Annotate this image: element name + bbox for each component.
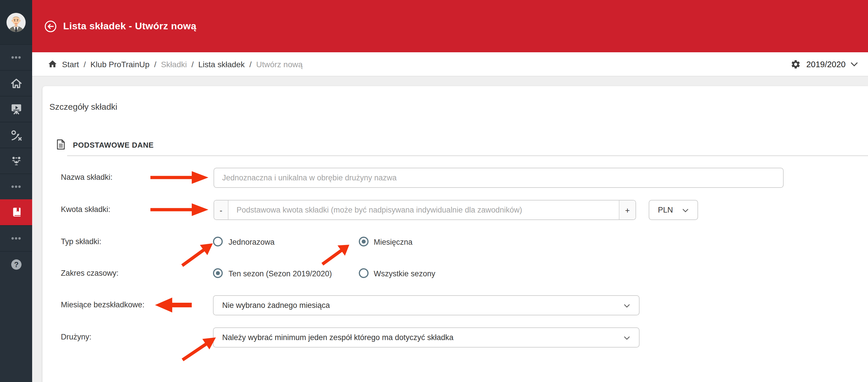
breadcrumb-item-skladki[interactable]: Składki <box>161 59 187 69</box>
breadcrumb: Start / Klub ProTrainUp / Składki / List… <box>48 59 303 69</box>
miesiace-select-value: Nie wybrano żadnego miesiąca <box>222 301 330 310</box>
form-card: Szczegóły składki PODSTAWOWE DANE Nazwa … <box>42 86 868 382</box>
user-avatar[interactable] <box>0 0 32 44</box>
annotation-arrow-kwota <box>150 203 208 216</box>
help-icon: ? <box>9 257 23 271</box>
field-label-typ: Typ składki: <box>61 237 101 246</box>
chevron-down-icon <box>683 208 688 212</box>
page-header: Lista składek - Utwórz nową <box>32 0 868 52</box>
sidebar-item-more-bottom[interactable] <box>0 225 32 251</box>
svg-text:?: ? <box>14 260 19 269</box>
kwota-plus-button[interactable]: + <box>619 201 636 219</box>
sidebar-item-trainings[interactable] <box>0 96 32 122</box>
more-dots-icon <box>9 180 23 194</box>
tactics-icon <box>9 128 23 142</box>
druzyny-select[interactable]: Należy wybrać minimum jeden zespół które… <box>213 327 640 348</box>
radio-ten-sezon[interactable] <box>213 268 223 278</box>
breadcrumb-home-icon <box>48 59 57 69</box>
sidebar-item-more-top[interactable] <box>0 44 32 70</box>
radio-label-jednorazowa[interactable]: Jednorazowa <box>228 238 275 246</box>
breadcrumb-item-lista-skladek[interactable]: Lista składek <box>198 59 245 69</box>
sidebar: ? <box>0 0 32 382</box>
annotation-arrow-nazwa <box>150 171 208 184</box>
app-window: ? Lista składek - Utwórz nową Start / Kl… <box>0 0 868 382</box>
chevron-down-icon <box>624 336 630 340</box>
kwota-stepper: - + <box>214 200 636 220</box>
breadcrumb-separator: / <box>249 59 252 69</box>
home-icon <box>9 76 23 90</box>
druzyny-select-value: Należy wybrać minimum jeden zespół które… <box>222 333 454 342</box>
breadcrumb-separator: / <box>191 59 194 69</box>
chevron-down-icon <box>851 62 858 67</box>
field-label-druzyny: Drużyny: <box>61 332 92 341</box>
chevron-down-icon <box>624 303 630 307</box>
breadcrumb-separator: / <box>154 59 156 69</box>
radio-label-miesieczna[interactable]: Miesięczna <box>374 238 412 246</box>
nazwa-skladki-input[interactable] <box>214 168 784 188</box>
section-title: PODSTAWOWE DANE <box>73 141 154 149</box>
more-dots-icon <box>9 232 23 245</box>
sidebar-item-team-structure[interactable] <box>0 148 32 174</box>
breadcrumb-separator: / <box>84 59 86 69</box>
document-icon <box>56 139 65 150</box>
sidebar-item-more-middle[interactable] <box>0 174 32 199</box>
currency-select[interactable]: PLN <box>649 200 698 220</box>
more-dots-icon <box>9 51 23 64</box>
radio-jednorazowa[interactable] <box>213 237 223 246</box>
currency-value: PLN <box>658 206 673 214</box>
kwota-skladki-input[interactable] <box>228 201 619 219</box>
field-label-miesiace: Miesiące bezskładkowe: <box>61 300 144 309</box>
season-label: 2019/2020 <box>806 60 846 69</box>
breadcrumb-item-start[interactable]: Start <box>62 59 79 69</box>
avatar-image <box>5 11 28 34</box>
sidebar-item-payments[interactable] <box>0 199 32 225</box>
card-title: Szczegóły składki <box>50 102 117 112</box>
sidebar-item-tactics[interactable] <box>0 122 32 148</box>
field-label-nazwa: Nazwa składki: <box>61 173 113 181</box>
section-divider <box>67 155 868 156</box>
annotation-arrow-miesiace <box>155 298 192 313</box>
breadcrumb-item-utworz-nowa[interactable]: Utwórz nową <box>256 59 303 69</box>
season-selector[interactable]: 2019/2020 <box>791 52 858 77</box>
kwota-minus-button[interactable]: - <box>214 201 228 219</box>
radio-miesieczna[interactable] <box>359 237 369 246</box>
radio-wszystkie-sezony[interactable] <box>359 268 369 278</box>
gear-icon <box>791 59 801 69</box>
page-title: Lista składek - Utwórz nową <box>63 20 196 32</box>
radio-label-wszystkie-sezony[interactable]: Wszystkie sezony <box>374 269 435 278</box>
field-label-zakres: Zakres czasowy: <box>61 269 119 277</box>
back-button[interactable] <box>43 19 57 33</box>
team-structure-icon <box>9 154 23 168</box>
sidebar-item-home[interactable] <box>0 70 32 96</box>
trainings-board-icon <box>9 102 23 116</box>
radio-label-ten-sezon[interactable]: Ten sezon (Sezon 2019/2020) <box>228 269 332 278</box>
breadcrumb-bar: Start / Klub ProTrainUp / Składki / List… <box>32 52 868 77</box>
miesiace-select[interactable]: Nie wybrano żadnego miesiąca <box>213 295 640 315</box>
annotation-arrow-jednorazowa <box>179 238 217 270</box>
back-circle-arrow-icon <box>43 19 57 33</box>
sidebar-item-help[interactable]: ? <box>0 251 32 277</box>
breadcrumb-item-klub[interactable]: Klub ProTrainUp <box>90 59 150 69</box>
payments-book-icon <box>9 205 23 220</box>
annotation-arrow-miesieczna <box>319 239 353 269</box>
field-label-kwota: Kwota składki: <box>61 205 111 214</box>
